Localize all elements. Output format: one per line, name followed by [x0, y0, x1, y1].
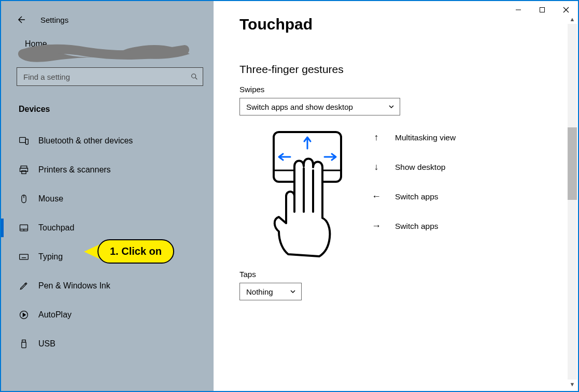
- taps-label: Taps: [239, 270, 573, 279]
- legend-row-left: ← Switch apps: [370, 191, 484, 202]
- sidebar-item-autoplay[interactable]: AutoPlay: [1, 300, 214, 329]
- section-heading: Three-finger gestures: [239, 63, 573, 76]
- legend-up-label: Multitasking view: [395, 133, 456, 142]
- devices-icon: [19, 136, 29, 146]
- minimize-button[interactable]: [506, 1, 530, 19]
- back-arrow-icon: [16, 14, 26, 25]
- settings-window: Settings Home Devices Bluetooth & other …: [0, 0, 579, 392]
- sidebar-item-mouse[interactable]: Mouse: [1, 184, 214, 213]
- scroll-down-icon[interactable]: ▼: [568, 380, 577, 389]
- sidebar-item-touchpad[interactable]: Touchpad: [1, 213, 214, 242]
- arrow-left-icon: ←: [370, 191, 383, 202]
- legend-row-up: ↑ Multitasking view: [370, 132, 484, 143]
- sidebar-item-label: Mouse: [38, 194, 63, 204]
- mouse-icon: [19, 194, 29, 204]
- sidebar-item-label: AutoPlay: [38, 310, 72, 320]
- gesture-legend: ↑ Multitasking view ↓ Show desktop ← Swi…: [370, 130, 484, 231]
- taps-dropdown[interactable]: Nothing: [239, 283, 302, 300]
- back-button[interactable]: [13, 12, 28, 27]
- sidebar-home-label: Home: [25, 39, 47, 49]
- sidebar-item-pen[interactable]: Pen & Windows Ink: [1, 271, 214, 300]
- svg-rect-1: [20, 137, 26, 142]
- sidebar-top-row: Settings: [1, 6, 214, 36]
- sidebar-section-label: Devices: [1, 93, 214, 126]
- usb-icon: [19, 339, 29, 349]
- close-icon: [563, 7, 569, 13]
- sidebar-item-usb[interactable]: USB: [1, 329, 214, 358]
- search-input[interactable]: [22, 72, 190, 82]
- pen-icon: [19, 281, 29, 291]
- vertical-scrollbar[interactable]: ▲ ▼: [568, 14, 577, 389]
- sidebar-item-label: Touchpad: [38, 223, 74, 233]
- svg-rect-4: [20, 168, 28, 172]
- search-icon: [190, 72, 199, 81]
- taps-value: Nothing: [246, 287, 273, 296]
- legend-left-label: Switch apps: [395, 192, 439, 201]
- arrow-right-icon: →: [370, 221, 383, 231]
- scroll-up-icon[interactable]: ▲: [568, 14, 577, 24]
- svg-rect-2: [25, 139, 28, 144]
- touchpad-gesture-illustration: [258, 130, 351, 265]
- maximize-icon: [539, 7, 545, 13]
- sidebar-item-label: Pen & Windows Ink: [38, 281, 110, 291]
- svg-point-0: [192, 74, 196, 78]
- legend-row-down: ↓ Show desktop: [370, 162, 484, 172]
- sidebar-item-bluetooth[interactable]: Bluetooth & other devices: [1, 126, 214, 155]
- touchpad-icon: [19, 223, 29, 233]
- swipes-label: Swipes: [239, 85, 573, 94]
- main-panel: Touchpad Three-finger gestures Swipes Sw…: [214, 1, 578, 391]
- chevron-down-icon: [388, 103, 394, 111]
- swipes-value: Switch apps and show desktop: [246, 103, 353, 111]
- app-title: Settings: [40, 16, 68, 24]
- svg-rect-21: [540, 8, 545, 12]
- legend-row-right: → Switch apps: [370, 221, 484, 231]
- arrow-up-icon: ↑: [370, 132, 383, 143]
- svg-rect-5: [22, 171, 26, 174]
- minimize-icon: [515, 7, 521, 13]
- sidebar-item-label: Bluetooth & other devices: [38, 136, 133, 146]
- sidebar-item-typing[interactable]: Typing: [1, 242, 214, 271]
- printer-icon: [19, 165, 29, 175]
- sidebar-item-label: Printers & scanners: [38, 165, 111, 175]
- sidebar: Settings Home Devices Bluetooth & other …: [1, 1, 214, 391]
- scroll-thumb[interactable]: [568, 127, 577, 200]
- maximize-button[interactable]: [530, 1, 554, 19]
- chevron-down-icon: [290, 287, 296, 296]
- sidebar-item-printers[interactable]: Printers & scanners: [1, 155, 214, 184]
- search-box[interactable]: [17, 67, 203, 86]
- keyboard-icon: [19, 252, 29, 262]
- arrow-down-icon: ↓: [370, 162, 383, 172]
- gesture-diagram-area: ↑ Multitasking view ↓ Show desktop ← Swi…: [258, 130, 573, 265]
- sidebar-item-label: Typing: [38, 252, 63, 262]
- svg-rect-11: [20, 254, 29, 259]
- legend-right-label: Switch apps: [395, 222, 439, 231]
- autoplay-icon: [19, 310, 29, 320]
- legend-down-label: Show desktop: [395, 163, 445, 172]
- sidebar-item-label: USB: [38, 339, 55, 349]
- svg-rect-19: [22, 342, 26, 348]
- scroll-track[interactable]: [568, 24, 577, 380]
- swipes-dropdown[interactable]: Switch apps and show desktop: [239, 98, 400, 115]
- svg-rect-3: [21, 166, 27, 168]
- sidebar-home[interactable]: Home: [1, 36, 214, 51]
